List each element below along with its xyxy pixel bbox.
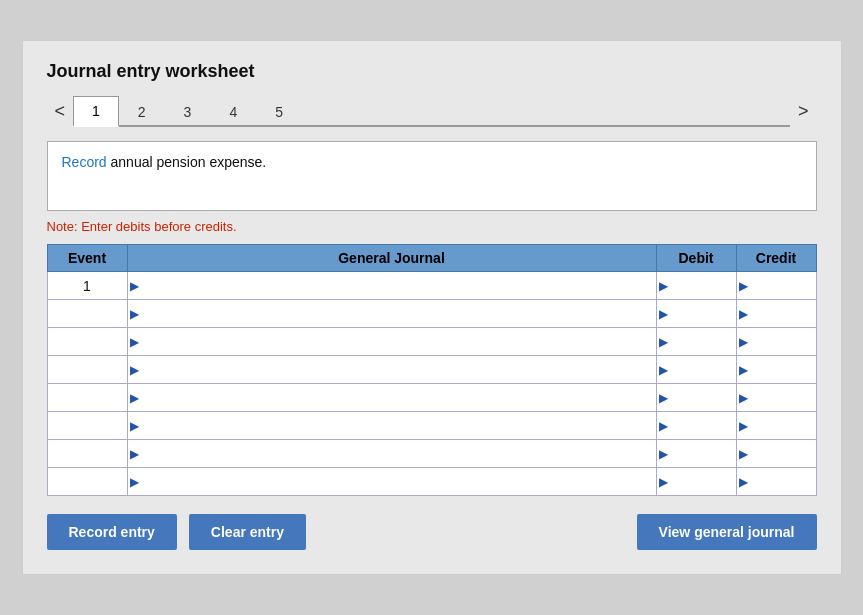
debit-cell-4[interactable]: ▶ <box>656 356 736 384</box>
debit-cell-8[interactable]: ▶ <box>656 468 736 496</box>
debit-arrow-6: ▶ <box>659 419 668 433</box>
debit-arrow-1: ▶ <box>659 279 668 293</box>
worksheet-container: Journal entry worksheet < 1 2 3 4 5 > Re… <box>22 40 842 575</box>
credit-cell-4[interactable]: ▶ <box>736 356 816 384</box>
tabs-row: < 1 2 3 4 5 > <box>47 96 817 127</box>
table-row: ▶ ▶ ▶ <box>47 468 816 496</box>
arrow-icon-4: ▶ <box>130 363 139 377</box>
journal-input-7[interactable] <box>146 446 652 461</box>
credit-arrow-6: ▶ <box>739 419 748 433</box>
arrow-icon-5: ▶ <box>130 391 139 405</box>
credit-input-6[interactable] <box>751 418 812 433</box>
col-header-event: Event <box>47 245 127 272</box>
buttons-row: Record entry Clear entry View general jo… <box>47 514 817 550</box>
journal-cell-4[interactable]: ▶ <box>127 356 656 384</box>
event-cell-5 <box>47 384 127 412</box>
arrow-icon-7: ▶ <box>130 447 139 461</box>
tab-3[interactable]: 3 <box>165 97 211 127</box>
col-header-debit: Debit <box>656 245 736 272</box>
journal-cell-6[interactable]: ▶ <box>127 412 656 440</box>
journal-input-6[interactable] <box>146 418 652 433</box>
tab-2[interactable]: 2 <box>119 97 165 127</box>
credit-input-5[interactable] <box>751 390 812 405</box>
table-row: ▶ ▶ ▶ <box>47 328 816 356</box>
debit-arrow-8: ▶ <box>659 475 668 489</box>
arrow-icon-2: ▶ <box>130 307 139 321</box>
tab-1[interactable]: 1 <box>73 96 119 127</box>
debit-cell-1[interactable]: ▶ <box>656 272 736 300</box>
event-cell-6 <box>47 412 127 440</box>
clear-entry-button[interactable]: Clear entry <box>189 514 306 550</box>
credit-arrow-3: ▶ <box>739 335 748 349</box>
tabs-list: 1 2 3 4 5 <box>73 96 790 127</box>
instruction-text: annual pension expense. <box>107 154 267 170</box>
credit-arrow-5: ▶ <box>739 391 748 405</box>
prev-arrow[interactable]: < <box>47 97 74 126</box>
debit-cell-6[interactable]: ▶ <box>656 412 736 440</box>
journal-cell-5[interactable]: ▶ <box>127 384 656 412</box>
debit-arrow-2: ▶ <box>659 307 668 321</box>
journal-input-3[interactable] <box>146 334 652 349</box>
table-row: ▶ ▶ ▶ <box>47 384 816 412</box>
debit-arrow-4: ▶ <box>659 363 668 377</box>
credit-input-7[interactable] <box>751 446 812 461</box>
debit-cell-7[interactable]: ▶ <box>656 440 736 468</box>
journal-input-4[interactable] <box>146 362 652 377</box>
journal-input-8[interactable] <box>146 474 652 489</box>
credit-cell-5[interactable]: ▶ <box>736 384 816 412</box>
note-text: Note: Enter debits before credits. <box>47 219 817 234</box>
table-row: ▶ ▶ ▶ <box>47 412 816 440</box>
credit-arrow-1: ▶ <box>739 279 748 293</box>
instruction-highlight: Record <box>62 154 107 170</box>
debit-arrow-5: ▶ <box>659 391 668 405</box>
event-cell-4 <box>47 356 127 384</box>
credit-input-3[interactable] <box>751 334 812 349</box>
event-cell-1: 1 <box>47 272 127 300</box>
debit-input-8[interactable] <box>671 474 732 489</box>
event-cell-2 <box>47 300 127 328</box>
debit-cell-3[interactable]: ▶ <box>656 328 736 356</box>
credit-arrow-4: ▶ <box>739 363 748 377</box>
credit-input-8[interactable] <box>751 474 812 489</box>
debit-input-7[interactable] <box>671 446 732 461</box>
record-entry-button[interactable]: Record entry <box>47 514 177 550</box>
journal-cell-1[interactable]: ▶ <box>127 272 656 300</box>
credit-input-2[interactable] <box>751 306 812 321</box>
journal-cell-8[interactable]: ▶ <box>127 468 656 496</box>
credit-cell-3[interactable]: ▶ <box>736 328 816 356</box>
tab-5[interactable]: 5 <box>256 97 302 127</box>
debit-arrow-7: ▶ <box>659 447 668 461</box>
journal-input-1[interactable] <box>146 278 652 293</box>
table-row: ▶ ▶ ▶ <box>47 440 816 468</box>
credit-input-4[interactable] <box>751 362 812 377</box>
credit-cell-6[interactable]: ▶ <box>736 412 816 440</box>
debit-input-6[interactable] <box>671 418 732 433</box>
credit-input-1[interactable] <box>751 278 812 293</box>
debit-input-4[interactable] <box>671 362 732 377</box>
debit-cell-5[interactable]: ▶ <box>656 384 736 412</box>
arrow-icon-3: ▶ <box>130 335 139 349</box>
credit-arrow-2: ▶ <box>739 307 748 321</box>
credit-cell-8[interactable]: ▶ <box>736 468 816 496</box>
table-row: ▶ ▶ ▶ <box>47 356 816 384</box>
debit-input-1[interactable] <box>671 278 732 293</box>
tab-4[interactable]: 4 <box>210 97 256 127</box>
page-title: Journal entry worksheet <box>47 61 817 82</box>
journal-cell-3[interactable]: ▶ <box>127 328 656 356</box>
debit-input-3[interactable] <box>671 334 732 349</box>
credit-cell-7[interactable]: ▶ <box>736 440 816 468</box>
journal-table: Event General Journal Debit Credit 1 ▶ ▶ <box>47 244 817 496</box>
debit-input-5[interactable] <box>671 390 732 405</box>
journal-input-2[interactable] <box>146 306 652 321</box>
journal-cell-2[interactable]: ▶ <box>127 300 656 328</box>
credit-cell-1[interactable]: ▶ <box>736 272 816 300</box>
next-arrow[interactable]: > <box>790 97 817 126</box>
debit-cell-2[interactable]: ▶ <box>656 300 736 328</box>
credit-arrow-7: ▶ <box>739 447 748 461</box>
credit-cell-2[interactable]: ▶ <box>736 300 816 328</box>
journal-input-5[interactable] <box>146 390 652 405</box>
table-row: ▶ ▶ ▶ <box>47 300 816 328</box>
view-general-journal-button[interactable]: View general journal <box>637 514 817 550</box>
journal-cell-7[interactable]: ▶ <box>127 440 656 468</box>
debit-input-2[interactable] <box>671 306 732 321</box>
